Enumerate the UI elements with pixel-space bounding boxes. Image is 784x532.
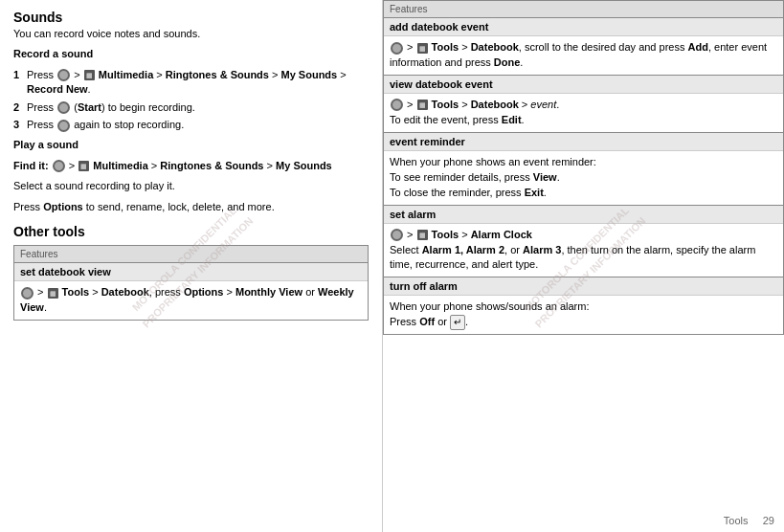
feature-row-event-reminder: event reminder When your phone shows an …	[384, 133, 783, 206]
find-it: Find it: > ▦ Multimedia > Ringtones & So…	[13, 159, 369, 173]
circle-icon-ae	[391, 42, 403, 55]
page-footer: Tools 29	[724, 515, 774, 526]
feature-title-set-alarm: set alarm	[384, 206, 783, 224]
feature-title-view-event: view datebook event	[384, 76, 783, 94]
circle-icon-find	[53, 160, 65, 172]
menu-icon-ve: ▦	[417, 100, 428, 110]
menu-icon-ae: ▦	[417, 43, 428, 54]
feature-body-datebook-view: > ▦ Tools > Datebook, press Options > Mo…	[14, 281, 368, 320]
feature-row-view-event: view datebook event > ▦ Tools > Datebook…	[384, 76, 783, 133]
circle-icon-s2	[57, 101, 70, 114]
section-title-sounds: Sounds	[13, 10, 369, 25]
sounds-intro: You can record voice notes and sounds.	[13, 27, 369, 41]
feature-title-event-reminder: event reminder	[384, 133, 783, 151]
feature-row-datebook-view: set datebook view > ▦ Tools > Datebook, …	[14, 263, 368, 320]
left-feature-table: Features set datebook view > ▦ Tools > D…	[13, 245, 369, 321]
circle-icon-s1	[57, 69, 70, 81]
menu-icon-sa: ▦	[417, 230, 428, 240]
select-text: Select a sound recording to play it.	[13, 179, 369, 193]
feature-body-turn-off-alarm: When your phone shows/sounds an alarm: P…	[384, 296, 783, 334]
feature-body-event-reminder: When your phone shows an event reminder:…	[384, 151, 783, 205]
step-3: 3 Press again to stop recording.	[13, 118, 369, 132]
circle-icon-sa	[391, 229, 403, 241]
right-feature-header: Features	[384, 1, 783, 18]
feature-body-set-alarm: > ▦ Tools > Alarm Clock Select Alarm 1, …	[384, 224, 783, 277]
steps-list: 1 Press > ▦ Multimedia > Ringtones & Sou…	[13, 68, 369, 133]
left-feature-header: Features	[14, 246, 368, 263]
circle-icon-ve	[391, 99, 403, 111]
feature-title-turn-off-alarm: turn off alarm	[384, 277, 783, 296]
feature-row-set-alarm: set alarm > ▦ Tools > Alarm Clock Select…	[384, 206, 783, 278]
left-column: MOTOROLA CONFIDENTIALPROPRIETARY INFORMA…	[0, 0, 383, 532]
step-2: 2 Press (Start) to begin recording.	[13, 100, 369, 115]
other-tools-heading: Other tools	[13, 224, 369, 239]
play-heading: Play a sound	[13, 138, 369, 152]
feature-title-datebook-view: set datebook view	[14, 263, 368, 281]
feature-row-add-event: add datebook event > ▦ Tools > Datebook,…	[384, 18, 783, 76]
menu-icon-find: ▦	[78, 161, 89, 171]
step-1: 1 Press > ▦ Multimedia > Ringtones & Sou…	[13, 68, 369, 98]
circle-icon-dv	[21, 287, 34, 299]
feature-row-turn-off-alarm: turn off alarm When your phone shows/sou…	[384, 277, 783, 334]
feature-body-add-event: > ▦ Tools > Datebook, scroll to the desi…	[384, 36, 783, 75]
menu-icon-dv: ▦	[48, 288, 58, 299]
options-text: Press Options to send, rename, lock, del…	[13, 200, 369, 214]
right-column: MOTOROLA CONFIDENTIALPROPRIETARY INFORMA…	[383, 0, 784, 532]
right-feature-table: Features add datebook event > ▦ Tools > …	[383, 0, 784, 335]
circle-icon-s3	[57, 120, 70, 132]
key-icon: ↵	[450, 315, 465, 330]
feature-title-add-event: add datebook event	[384, 18, 783, 36]
record-heading: Record a sound	[13, 47, 369, 61]
menu-icon-s1: ▦	[84, 70, 95, 80]
feature-body-view-event: > ▦ Tools > Datebook > event. To edit th…	[384, 94, 783, 132]
